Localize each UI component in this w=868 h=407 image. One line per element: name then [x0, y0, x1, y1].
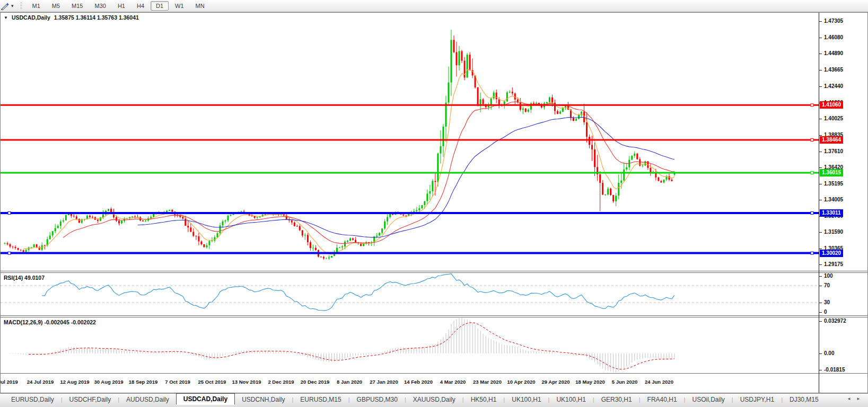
hline-handle[interactable] — [811, 252, 813, 254]
tab-fra40-h1[interactable]: FRA40,H1 — [641, 394, 684, 405]
date-tick-label: 12 Aug 2019 — [60, 379, 89, 385]
tab-xauusd-daily[interactable]: XAUUSD,Daily — [406, 394, 462, 405]
rsi-tick-label: 0 — [819, 309, 827, 315]
timeframe-group: M1M5M15M30H1H4D1W1MN — [27, 0, 211, 12]
price-tick-label: 1.44890 — [819, 50, 843, 56]
hline-handle[interactable] — [811, 139, 813, 141]
price-line-label: 1.41060 — [820, 101, 843, 109]
date-tick-label: 2 Dec 2019 — [268, 379, 294, 385]
macd-panel[interactable]: MACD(12,26,9) -0.002045 -0.002022 0.0329… — [1, 317, 867, 373]
date-tick-label: 29 Apr 2020 — [542, 379, 570, 385]
timeframe-button-m30[interactable]: M30 — [90, 1, 111, 11]
timeframe-button-mn[interactable]: MN — [190, 1, 210, 11]
candlestick-chart[interactable] — [1, 13, 819, 271]
price-tick-label: 1.34005 — [819, 197, 843, 202]
price-tick-label: 1.46080 — [819, 34, 843, 40]
rsi-tick-label: 70 — [819, 282, 830, 288]
price-tick-label: 1.29175 — [819, 261, 843, 267]
tab-usdcad-daily[interactable]: USDCAD,Daily — [176, 393, 235, 405]
rsi-tick-label: 30 — [819, 299, 830, 305]
chart-ohlc-values: 1.35875 1.36114 1.35763 1.36041 — [54, 14, 139, 21]
tab-eurusd-daily[interactable]: EURUSD,Daily — [4, 394, 61, 405]
tab-usdchf-daily[interactable]: USDCHF,Daily — [63, 394, 118, 405]
rsi-chart[interactable] — [1, 273, 819, 315]
tab-scroll-right-icon[interactable]: ► — [856, 396, 863, 401]
timeframe-button-d1[interactable]: D1 — [151, 1, 169, 11]
tab-audusd-daily[interactable]: AUDUSD,Daily — [119, 394, 176, 405]
tab-uk100-h1[interactable]: UK100,H1 — [549, 394, 592, 405]
hline-handle[interactable] — [811, 104, 813, 107]
timeframe-button-w1[interactable]: W1 — [170, 1, 189, 11]
rsi-panel[interactable]: RSI(14) 49.0107 10070300 — [1, 273, 867, 315]
rsi-axis: 10070300 — [819, 273, 867, 315]
date-tick-label: 7 Oct 2019 — [165, 379, 190, 385]
macd-signal-line — [29, 323, 674, 369]
date-tick-label: 25 Oct 2019 — [198, 379, 226, 385]
tab-usoil-daily[interactable]: USOil,Daily — [685, 394, 731, 405]
tab-gbpusd-m30[interactable]: GBPUSD,M30 — [350, 394, 405, 405]
price-tick-label: 1.43665 — [819, 67, 843, 73]
main-chart-panel[interactable]: ▼ USDCAD,Daily 1.35875 1.36114 1.35763 1… — [1, 13, 867, 271]
date-tick-label: 8 Jan 2020 — [337, 379, 362, 385]
ma-fast-line — [23, 69, 674, 254]
price-line-label: 1.36015 — [820, 169, 843, 176]
rsi-tick-label: 100 — [819, 273, 833, 279]
macd-label: MACD(12,26,9) -0.002045 -0.002022 — [4, 319, 96, 325]
date-tick-label: 24 Jun 2020 — [645, 379, 673, 385]
rsi-line — [42, 274, 674, 311]
axis-divider-line — [819, 13, 819, 393]
date-tick-label: 4 Mar 2020 — [440, 379, 466, 385]
hline-handle[interactable] — [811, 171, 813, 174]
tab-dj30-m15[interactable]: DJ30,M15 — [783, 394, 826, 405]
hline-handle[interactable] — [8, 252, 11, 254]
price-tick-label: 1.31590 — [819, 229, 843, 235]
date-tick-label: 10 Apr 2020 — [507, 379, 536, 385]
price-tick-label: 1.42440 — [819, 83, 843, 89]
tab-usdcnh-daily[interactable]: USDCNH,Daily — [235, 394, 292, 405]
mt4-app: ▾ M1M5M15M30H1H4D1W1MN ▼ USDCAD,Daily 1.… — [0, 0, 868, 407]
price-tick-label: 1.35195 — [819, 181, 843, 187]
tab-usdjpy-h1[interactable]: USDJPY,H1 — [733, 394, 781, 405]
macd-histogram — [5, 318, 674, 373]
date-tick-label: 5 Jul 2019 — [0, 379, 18, 385]
tab-uk100-h1[interactable]: UK100,H1 — [505, 394, 548, 405]
hline-handle[interactable] — [811, 211, 813, 214]
macd-tick-label: 0.00 — [819, 350, 834, 356]
date-tick-label: 18 May 2020 — [575, 379, 604, 385]
price-tick-label: 1.47305 — [819, 18, 843, 24]
timeframe-button-m15[interactable]: M15 — [66, 1, 88, 11]
chart-tabbar: EURUSD,Daily|USDCHF,Daily|AUDUSD,DailyUS… — [0, 393, 868, 407]
date-tick-label: 24 Jul 2019 — [27, 379, 54, 385]
tab-hk50-h1[interactable]: HK50,H1 — [464, 394, 504, 405]
date-tick-label: 18 Sep 2019 — [129, 379, 157, 385]
chart-tabs: EURUSD,Daily|USDCHF,Daily|AUDUSD,DailyUS… — [0, 394, 826, 405]
date-tick-label: 14 Feb 2020 — [404, 379, 433, 385]
chart-title: ▼ USDCAD,Daily 1.35875 1.36114 1.35763 1… — [4, 14, 139, 21]
date-tick-label: 13 Nov 2019 — [232, 379, 261, 385]
candles-layer — [4, 30, 676, 260]
macd-tick-label: -0.01815 — [819, 367, 845, 373]
timeframe-button-h4[interactable]: H4 — [131, 1, 150, 11]
tab-eurusd-m15[interactable]: EURUSD,M15 — [293, 394, 348, 405]
date-tick-label: 5 Jun 2020 — [612, 379, 638, 385]
rsi-label: RSI(14) 49.0107 — [4, 275, 45, 281]
hline-handle[interactable] — [8, 211, 11, 214]
timeframe-button-m5[interactable]: M5 — [47, 1, 65, 11]
timeframe-button-h1[interactable]: H1 — [112, 1, 130, 11]
ma-slow-line — [138, 117, 674, 237]
date-tick-label: 30 Aug 2019 — [94, 379, 123, 385]
price-line-label: 1.30020 — [820, 250, 843, 257]
drawing-tool-icon — [1, 2, 10, 10]
tab-scroll-left-icon[interactable]: ◄ — [847, 396, 853, 401]
price-line-label: 1.38464 — [820, 136, 843, 144]
price-tick-label: 1.37610 — [819, 148, 843, 154]
drawing-tool-button[interactable]: ▾ — [1, 1, 15, 11]
tab-scroll-buttons: ◄ ► — [847, 396, 863, 401]
price-tick-label: 1.40025 — [819, 116, 843, 121]
macd-chart[interactable] — [1, 317, 819, 373]
price-line-label: 1.33011 — [820, 209, 843, 217]
tab-ger30-h1[interactable]: GER30,H1 — [594, 394, 639, 405]
timeframe-button-m1[interactable]: M1 — [27, 1, 46, 11]
collapse-triangle-icon[interactable]: ▼ — [4, 15, 8, 20]
date-tick-label: 20 Dec 2019 — [301, 379, 329, 385]
